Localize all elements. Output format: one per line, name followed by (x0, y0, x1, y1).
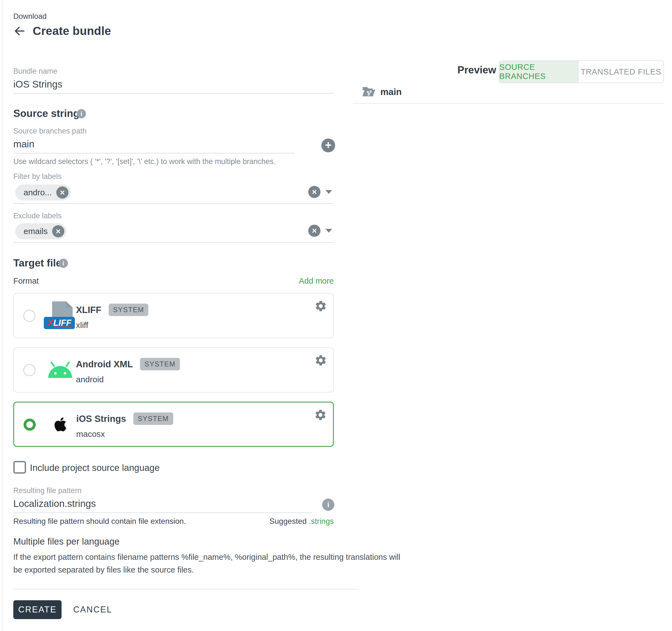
back-arrow-icon[interactable] (13, 25, 26, 37)
file-pattern-input[interactable]: Localization.strings (13, 498, 96, 509)
target-file-heading: Target file (13, 257, 62, 269)
include-source-language-checkbox[interactable] (13, 461, 26, 474)
system-badge: SYSTEM (140, 358, 180, 370)
tab-translated-files[interactable]: TRANSLATED FILES (578, 61, 664, 82)
exclude-label-chip-text: emails (24, 227, 48, 236)
cancel-button[interactable]: CANCEL (72, 600, 114, 620)
create-bundle-page: Download Create bundle Bundle name iOS S… (0, 0, 672, 631)
remove-exclude-label-icon[interactable] (52, 225, 64, 237)
include-source-language-label: Include project source language (30, 461, 160, 474)
source-strings-info-icon[interactable]: i (77, 109, 86, 118)
add-more-link[interactable]: Add more (13, 276, 334, 285)
format-subtitle: macosx (76, 429, 173, 439)
format-title: XLIFF (76, 305, 101, 315)
system-badge: SYSTEM (133, 412, 173, 425)
plus-icon: + (325, 139, 331, 150)
target-file-info-icon[interactable]: i (59, 259, 68, 268)
branch-folder-icon (362, 86, 375, 98)
exclude-labels-label: Exclude labels (13, 211, 62, 220)
bundle-name-underline (13, 93, 334, 94)
xliff-settings-gear-icon[interactable] (314, 300, 327, 312)
android-xml-radio[interactable] (23, 364, 35, 376)
filter-labels-underline (13, 203, 334, 204)
format-subtitle: android (76, 375, 180, 384)
format-title: iOS Strings (76, 413, 126, 424)
page-edge-divider (2, 0, 2, 631)
tab-source-branches[interactable]: SOURCE BRANCHES (499, 61, 578, 82)
bundle-name-input[interactable]: iOS Strings (13, 79, 63, 90)
clear-filter-labels-icon[interactable] (308, 186, 320, 198)
system-badge: SYSTEM (109, 304, 149, 316)
branch-tree-item-main[interactable]: main (362, 86, 402, 98)
xliff-radio[interactable] (23, 310, 35, 322)
filter-by-labels-label: Filter by labels (13, 172, 62, 181)
source-branches-underline (13, 153, 295, 153)
filter-label-chip: andro... (15, 184, 71, 201)
android-robot-icon (44, 348, 77, 392)
format-title: Android XML (76, 359, 133, 370)
clear-exclude-labels-icon[interactable] (308, 225, 320, 237)
preview-label: Preview (457, 64, 496, 76)
source-strings-heading: Source strings (13, 108, 85, 119)
source-branches-path-label: Source branches path (13, 127, 87, 135)
ios-settings-gear-icon[interactable] (314, 409, 327, 421)
source-branches-path-input[interactable]: main (13, 138, 34, 150)
create-button[interactable]: CREATE (13, 600, 62, 619)
multiple-files-description: If the export pattern contains filename … (13, 551, 400, 576)
file-pattern-label: Resulting file pattern (13, 486, 81, 495)
remove-filter-label-icon[interactable] (56, 186, 69, 199)
title-row: Create bundle (13, 24, 111, 38)
branch-name: main (380, 87, 402, 97)
bundle-name-label: Bundle name (13, 67, 57, 76)
suggested-label: Suggested (269, 517, 307, 526)
footer-divider (13, 589, 358, 590)
suggested-extension-link[interactable]: .strings (309, 517, 334, 526)
format-subtitle: xliff (76, 321, 148, 330)
file-pattern-underline (13, 512, 312, 513)
suggested-extension: Suggested .strings (13, 517, 334, 526)
android-settings-gear-icon[interactable] (314, 354, 327, 367)
format-card-android-xml[interactable]: Android XML SYSTEM android (13, 347, 334, 393)
filter-labels-dropdown-icon[interactable] (326, 190, 332, 194)
page-title: Create bundle (33, 24, 111, 38)
add-branch-button[interactable]: + (321, 138, 335, 152)
exclude-labels-underline (13, 242, 334, 243)
preview-divider (353, 103, 664, 104)
exclude-labels-dropdown-icon[interactable] (326, 229, 332, 233)
apple-logo-icon (44, 402, 77, 446)
breadcrumb[interactable]: Download (13, 12, 47, 21)
multiple-files-heading: Multiple files per language (13, 536, 119, 547)
format-card-xliff[interactable]: XLIFF XLIFF SYSTEM xliff (13, 293, 334, 338)
exclude-label-chip: emails (15, 223, 67, 239)
xliff-document-icon: XLIFF (44, 294, 77, 338)
filter-label-chip-text: andro... (24, 188, 52, 197)
file-pattern-info-icon[interactable]: i (322, 499, 334, 511)
format-card-ios-strings[interactable]: iOS Strings SYSTEM macosx (13, 402, 334, 447)
wildcard-hint: Use wildcard selectors ( '*', '?', '[set… (13, 157, 275, 166)
preview-tab-group: SOURCE BRANCHES TRANSLATED FILES (499, 60, 664, 83)
ios-strings-radio[interactable] (24, 419, 36, 431)
footer-actions: CREATE CANCEL (13, 600, 114, 620)
